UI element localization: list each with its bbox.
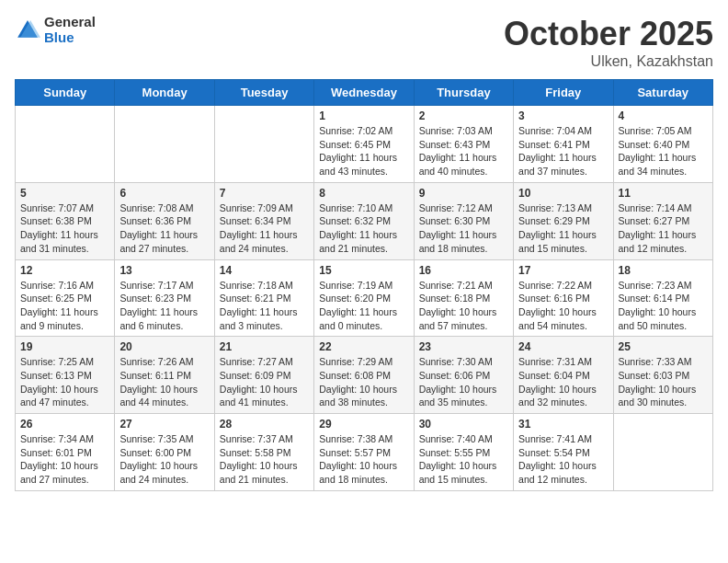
calendar-cell: 11Sunrise: 7:14 AM Sunset: 6:27 PM Dayli…: [613, 182, 712, 259]
day-info: Sunrise: 7:38 AM Sunset: 5:57 PM Dayligh…: [319, 432, 408, 487]
calendar-cell: 29Sunrise: 7:38 AM Sunset: 5:57 PM Dayli…: [314, 414, 414, 491]
day-info: Sunrise: 7:31 AM Sunset: 6:04 PM Dayligh…: [518, 355, 608, 409]
calendar-week-5: 26Sunrise: 7:34 AM Sunset: 6:01 PM Dayli…: [16, 414, 713, 491]
day-info: Sunrise: 7:05 AM Sunset: 6:40 PM Dayligh…: [619, 124, 708, 178]
calendar-cell: 3Sunrise: 7:04 AM Sunset: 6:41 PM Daylig…: [514, 106, 613, 183]
weekday-header-tuesday: Tuesday: [214, 80, 313, 106]
calendar-cell: 10Sunrise: 7:13 AM Sunset: 6:29 PM Dayli…: [514, 182, 613, 259]
calendar-cell: [613, 414, 712, 491]
calendar-cell: 12Sunrise: 7:16 AM Sunset: 6:25 PM Dayli…: [16, 259, 115, 337]
calendar-week-4: 19Sunrise: 7:25 AM Sunset: 6:13 PM Dayli…: [16, 337, 713, 414]
calendar-cell: 13Sunrise: 7:17 AM Sunset: 6:23 PM Dayli…: [115, 259, 214, 337]
weekday-row: SundayMondayTuesdayWednesdayThursdayFrid…: [16, 80, 713, 106]
calendar-table: SundayMondayTuesdayWednesdayThursdayFrid…: [15, 79, 713, 491]
logo: General Blue: [15, 15, 96, 45]
calendar-cell: 26Sunrise: 7:34 AM Sunset: 6:01 PM Dayli…: [16, 414, 115, 491]
calendar-cell: 14Sunrise: 7:18 AM Sunset: 6:21 PM Dayli…: [214, 259, 313, 337]
day-info: Sunrise: 7:35 AM Sunset: 6:00 PM Dayligh…: [119, 432, 209, 487]
day-number: 2: [419, 109, 508, 122]
day-number: 15: [319, 264, 408, 277]
day-number: 20: [119, 340, 209, 353]
day-info: Sunrise: 7:09 AM Sunset: 6:34 PM Dayligh…: [220, 201, 309, 256]
day-info: Sunrise: 7:22 AM Sunset: 6:16 PM Dayligh…: [518, 279, 608, 333]
day-info: Sunrise: 7:08 AM Sunset: 6:36 PM Dayligh…: [119, 201, 209, 256]
calendar-week-1: 1Sunrise: 7:02 AM Sunset: 6:45 PM Daylig…: [16, 106, 713, 183]
day-info: Sunrise: 7:27 AM Sunset: 6:09 PM Dayligh…: [220, 355, 309, 409]
day-number: 28: [220, 418, 309, 431]
calendar-cell: 8Sunrise: 7:10 AM Sunset: 6:32 PM Daylig…: [314, 182, 414, 259]
day-info: Sunrise: 7:37 AM Sunset: 5:58 PM Dayligh…: [220, 432, 309, 487]
day-info: Sunrise: 7:16 AM Sunset: 6:25 PM Dayligh…: [20, 279, 109, 333]
day-number: 19: [20, 340, 109, 353]
logo-blue-text: Blue: [44, 30, 96, 46]
month-title: October 2025: [504, 15, 713, 53]
calendar-cell: 25Sunrise: 7:33 AM Sunset: 6:03 PM Dayli…: [613, 337, 712, 414]
day-info: Sunrise: 7:03 AM Sunset: 6:43 PM Dayligh…: [419, 124, 508, 178]
calendar-cell: 21Sunrise: 7:27 AM Sunset: 6:09 PM Dayli…: [214, 337, 313, 414]
day-number: 14: [220, 264, 309, 277]
calendar-cell: 7Sunrise: 7:09 AM Sunset: 6:34 PM Daylig…: [214, 182, 313, 259]
page-header: General Blue October 2025 Ulken, Kazakhs…: [15, 15, 713, 70]
calendar-cell: 18Sunrise: 7:23 AM Sunset: 6:14 PM Dayli…: [613, 259, 712, 337]
day-number: 25: [619, 340, 708, 353]
day-info: Sunrise: 7:25 AM Sunset: 6:13 PM Dayligh…: [20, 355, 109, 409]
day-number: 6: [119, 187, 209, 200]
weekday-header-friday: Friday: [514, 80, 613, 106]
day-info: Sunrise: 7:30 AM Sunset: 6:06 PM Dayligh…: [419, 355, 508, 409]
day-number: 31: [518, 418, 608, 431]
day-info: Sunrise: 7:41 AM Sunset: 5:54 PM Dayligh…: [518, 432, 608, 487]
title-block: October 2025 Ulken, Kazakhstan: [504, 15, 713, 70]
logo-general-text: General: [44, 15, 96, 30]
calendar-cell: 22Sunrise: 7:29 AM Sunset: 6:08 PM Dayli…: [314, 337, 414, 414]
calendar-cell: 28Sunrise: 7:37 AM Sunset: 5:58 PM Dayli…: [214, 414, 313, 491]
day-number: 29: [319, 418, 408, 431]
day-info: Sunrise: 7:33 AM Sunset: 6:03 PM Dayligh…: [619, 355, 708, 409]
day-info: Sunrise: 7:12 AM Sunset: 6:30 PM Dayligh…: [419, 201, 508, 256]
day-number: 11: [619, 187, 708, 200]
day-info: Sunrise: 7:19 AM Sunset: 6:20 PM Dayligh…: [319, 279, 408, 333]
calendar-cell: 19Sunrise: 7:25 AM Sunset: 6:13 PM Dayli…: [16, 337, 115, 414]
day-number: 13: [119, 264, 209, 277]
calendar-cell: 2Sunrise: 7:03 AM Sunset: 6:43 PM Daylig…: [414, 106, 513, 183]
calendar-week-3: 12Sunrise: 7:16 AM Sunset: 6:25 PM Dayli…: [16, 259, 713, 337]
day-info: Sunrise: 7:34 AM Sunset: 6:01 PM Dayligh…: [20, 432, 109, 487]
day-info: Sunrise: 7:10 AM Sunset: 6:32 PM Dayligh…: [319, 201, 408, 256]
day-info: Sunrise: 7:23 AM Sunset: 6:14 PM Dayligh…: [619, 279, 708, 333]
day-number: 9: [419, 187, 508, 200]
calendar-cell: 27Sunrise: 7:35 AM Sunset: 6:00 PM Dayli…: [115, 414, 214, 491]
day-number: 30: [419, 418, 508, 431]
calendar-week-2: 5Sunrise: 7:07 AM Sunset: 6:38 PM Daylig…: [16, 182, 713, 259]
weekday-header-thursday: Thursday: [414, 80, 513, 106]
day-info: Sunrise: 7:13 AM Sunset: 6:29 PM Dayligh…: [518, 201, 608, 256]
day-number: 17: [518, 264, 608, 277]
day-number: 21: [220, 340, 309, 353]
day-number: 8: [319, 187, 408, 200]
day-number: 4: [619, 109, 708, 122]
calendar-header: SundayMondayTuesdayWednesdayThursdayFrid…: [16, 80, 713, 106]
calendar-cell: 31Sunrise: 7:41 AM Sunset: 5:54 PM Dayli…: [514, 414, 613, 491]
day-info: Sunrise: 7:29 AM Sunset: 6:08 PM Dayligh…: [319, 355, 408, 409]
day-number: 26: [20, 418, 109, 431]
day-number: 27: [119, 418, 209, 431]
calendar-cell: 24Sunrise: 7:31 AM Sunset: 6:04 PM Dayli…: [514, 337, 613, 414]
weekday-header-saturday: Saturday: [613, 80, 712, 106]
day-info: Sunrise: 7:07 AM Sunset: 6:38 PM Dayligh…: [20, 201, 109, 256]
day-number: 16: [419, 264, 508, 277]
weekday-header-sunday: Sunday: [16, 80, 115, 106]
weekday-header-monday: Monday: [115, 80, 214, 106]
day-number: 22: [319, 340, 408, 353]
calendar-cell: [16, 106, 115, 183]
calendar-cell: 15Sunrise: 7:19 AM Sunset: 6:20 PM Dayli…: [314, 259, 414, 337]
calendar-body: 1Sunrise: 7:02 AM Sunset: 6:45 PM Daylig…: [16, 106, 713, 491]
day-number: 24: [518, 340, 608, 353]
calendar-cell: 16Sunrise: 7:21 AM Sunset: 6:18 PM Dayli…: [414, 259, 513, 337]
day-info: Sunrise: 7:17 AM Sunset: 6:23 PM Dayligh…: [119, 279, 209, 333]
day-info: Sunrise: 7:40 AM Sunset: 5:55 PM Dayligh…: [419, 432, 508, 487]
calendar-cell: [214, 106, 313, 183]
calendar-cell: 23Sunrise: 7:30 AM Sunset: 6:06 PM Dayli…: [414, 337, 513, 414]
day-number: 1: [319, 109, 408, 122]
day-number: 10: [518, 187, 608, 200]
calendar-cell: 17Sunrise: 7:22 AM Sunset: 6:16 PM Dayli…: [514, 259, 613, 337]
calendar-cell: 30Sunrise: 7:40 AM Sunset: 5:55 PM Dayli…: [414, 414, 513, 491]
day-number: 12: [20, 264, 109, 277]
